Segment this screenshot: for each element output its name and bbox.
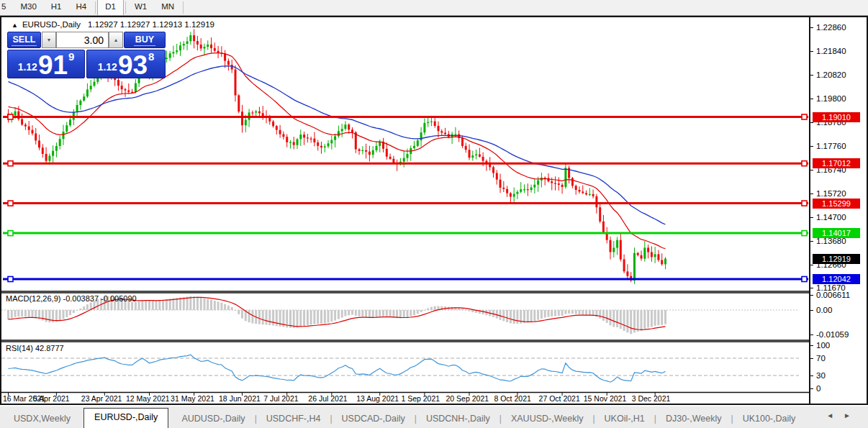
sell-price-big-digits: 91: [38, 54, 68, 76]
current-price-badge: 1.12919: [813, 254, 860, 264]
price-axis-tick: 1.20820: [816, 70, 846, 80]
rsi-axis-tick: 70: [816, 353, 826, 363]
date-axis-label: 18 Jun 2021: [219, 394, 261, 403]
timeframe-button-m30[interactable]: M30: [13, 0, 43, 15]
rsi-axis-tick: 100: [816, 340, 830, 350]
axis-tick-mark: [810, 265, 813, 265]
timeframe-button-w1[interactable]: W1: [127, 0, 154, 15]
timeframe-toolbar: 5M30H1H4D1W1MN: [0, 0, 868, 16]
chart-tab-audusd-daily[interactable]: AUDUSD-,Daily: [172, 411, 254, 428]
chart-tab-usdchf-h4[interactable]: USDCHF-,H4: [257, 411, 330, 428]
date-axis-label: 7 Jul 2021: [263, 394, 298, 403]
timeframe-button-mn[interactable]: MN: [154, 0, 181, 15]
axis-tick-mark: [810, 122, 813, 123]
date-axis-label: 27 Oct 2021: [539, 394, 580, 403]
tab-scroll-right-icon[interactable]: ►: [844, 411, 861, 419]
timeframe-button-h1[interactable]: H1: [44, 0, 69, 15]
axis-tick-mark: [810, 295, 813, 296]
price-level-badge: 1.15299: [813, 199, 860, 209]
chart-tab-dj30-weekly[interactable]: DJ30-,Weekly: [656, 411, 731, 428]
date-axis-label: 13 Aug 2021: [356, 394, 399, 403]
buy-price-prefix: 1.12: [98, 61, 117, 73]
price-axis-tick: 1.14700: [816, 212, 846, 222]
axis-tick-mark: [810, 193, 813, 194]
tab-scroll-arrows[interactable]: ◄►: [826, 411, 861, 419]
date-axis-label: 8 Oct 2021: [494, 394, 530, 403]
chart-window: ▲EURUSD-,Daily1.12927 1.12927 1.12913 1.…: [0, 16, 868, 405]
price-axis-tick: 1.15720: [816, 188, 846, 199]
timeframe-button-d1[interactable]: D1: [97, 0, 124, 15]
price-level-badge: 1.19010: [813, 112, 860, 122]
chart-tab-ukoil-h1[interactable]: UKOil-,H1: [595, 411, 654, 428]
rsi-indicator-label: RSI(14) 42.8777: [6, 344, 64, 352]
date-axis-label: 12 May 2021: [126, 394, 170, 403]
chevron-up-icon: ▴: [114, 37, 117, 43]
date-axis-label: 15 Nov 2021: [584, 394, 627, 403]
chart-symbol-header: ▲EURUSD-,Daily1.12927 1.12927 1.12913 1.…: [12, 20, 214, 29]
chart-plot-area[interactable]: ▲EURUSD-,Daily1.12927 1.12927 1.12913 1.…: [1, 17, 810, 404]
chart-tab-bar: USDX,Weekly|EURUSD-,Daily|AUDUSD-,Daily|…: [0, 406, 868, 428]
price-axis-tick: 1.19800: [816, 94, 846, 104]
symbol-label: EURUSD-,Daily: [22, 20, 81, 29]
axis-tick-mark: [810, 75, 813, 76]
axis-tick-mark: [810, 146, 813, 147]
ohlc-values: 1.12927 1.12927 1.12913 1.12919: [88, 20, 214, 29]
macd-axis-tick: 0.006611: [816, 290, 850, 300]
price-level-badge: 1.12042: [813, 274, 860, 284]
buy-price-big-digits: 93: [118, 54, 148, 76]
axis-tick-mark: [810, 241, 813, 242]
price-axis-tick: 1.21840: [816, 46, 846, 56]
axis-tick-mark: [810, 288, 813, 288]
sell-price-pip-digit: 9: [68, 50, 74, 63]
volume-increase-button[interactable]: ▴: [109, 32, 123, 48]
timeframe-button-5[interactable]: 5: [0, 0, 13, 15]
macd-axis-tick: 0.00: [816, 305, 832, 315]
chart-tab-usdx-weekly[interactable]: USDX,Weekly: [4, 411, 80, 428]
buy-price-button[interactable]: 1.12938: [86, 50, 166, 78]
chart-tab-usdcnh-daily[interactable]: USDCNH-,Daily: [417, 411, 499, 428]
date-axis-label: 5 Apr 2021: [33, 394, 70, 403]
date-axis-label: 23 Apr 2021: [81, 394, 122, 403]
volume-input[interactable]: [56, 32, 109, 48]
axis-tick-mark: [810, 375, 813, 376]
axis-tick-mark: [810, 51, 813, 52]
one-click-trading-panel: SELL ▾ ▴ BUY 1.12919 1.12938: [7, 32, 166, 94]
tab-scroll-left-icon[interactable]: ◄: [826, 411, 844, 419]
collapse-triangle-icon[interactable]: ▲: [12, 22, 18, 29]
axis-tick-mark: [810, 310, 813, 311]
chart-tab-uk100-daily[interactable]: UK100-,Daily: [733, 411, 805, 428]
chart-tab-xauusd-weekly[interactable]: XAUUSD-,Weekly: [502, 411, 592, 428]
price-axis: 1.228601.218401.208201.198001.187801.177…: [810, 17, 867, 404]
buy-price-pip-digit: 8: [148, 50, 154, 63]
price-axis-tick: 1.17760: [816, 141, 846, 151]
axis-tick-mark: [810, 170, 813, 170]
price-level-badge: 1.17012: [813, 158, 860, 168]
axis-tick-mark: [810, 27, 813, 28]
macd-axis-tick: -0.01059: [816, 329, 849, 340]
axis-tick-mark: [810, 217, 813, 218]
chevron-down-icon: ▾: [48, 37, 50, 43]
price-level-badge: 1.14017: [813, 228, 860, 238]
sell-price-prefix: 1.12: [18, 61, 37, 73]
chart-tab-eurusd-daily[interactable]: EURUSD-,Daily: [83, 408, 168, 428]
axis-tick-mark: [810, 345, 813, 346]
chart-tab-usdcad-daily[interactable]: USDCAD-,Daily: [333, 411, 415, 428]
price-axis-tick: 1.22860: [816, 22, 846, 32]
macd-indicator-label: MACD(12,26,9) -0.003837 -0.005090: [6, 294, 137, 303]
rsi-axis-tick: 30: [816, 370, 826, 381]
date-axis-label: 31 May 2021: [171, 394, 214, 403]
date-axis-label: 3 Dec 2021: [632, 394, 671, 403]
sell-button[interactable]: SELL: [7, 32, 41, 48]
axis-tick-mark: [810, 334, 813, 335]
rsi-axis-tick: 0: [816, 383, 820, 393]
date-axis-label: 26 Jul 2021: [308, 394, 347, 403]
axis-tick-mark: [810, 99, 813, 99]
timeframe-button-h4[interactable]: H4: [68, 0, 94, 15]
sell-price-button[interactable]: 1.12919: [7, 50, 85, 78]
date-axis-label: 1 Sep 2021: [401, 394, 440, 403]
volume-decrease-button[interactable]: ▾: [42, 32, 56, 48]
date-axis: 16 Mar 20215 Apr 202123 Apr 202112 May 2…: [1, 394, 810, 404]
buy-button[interactable]: BUY: [124, 32, 166, 48]
axis-tick-mark: [810, 388, 813, 389]
trading-platform-window: 5M30H1H4D1W1MN ▲EURUSD-,Daily1.12927 1.1…: [0, 0, 868, 428]
